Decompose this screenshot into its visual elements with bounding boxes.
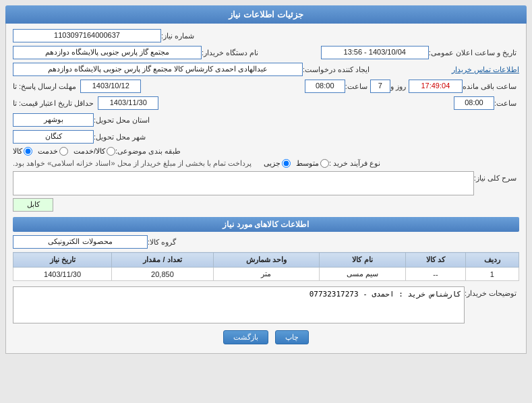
sarj-value: کابل bbox=[13, 198, 53, 212]
col-kod: کد کالا bbox=[406, 253, 465, 268]
back-button[interactable]: بازگشت bbox=[223, 330, 268, 344]
radio-kala[interactable] bbox=[24, 147, 32, 156]
col-vahed: واحد شمارش bbox=[213, 253, 319, 268]
ostan-label: استان محل تحویل: bbox=[94, 116, 150, 125]
tabaqeh-radio-group: کالا/خدمت خدمت کالا bbox=[13, 147, 115, 156]
etelaat-tamas-link[interactable]: اطلاعات تماس خریدار bbox=[452, 65, 519, 74]
ostan-value: بوشهر bbox=[13, 113, 94, 127]
table-row: 1 -- سیم مسی متر 20,850 1403/11/30 bbox=[13, 268, 519, 281]
shahr-label: شهر محل تحویل: bbox=[94, 133, 146, 142]
main-container: جزئیات اطلاعات نیاز شماره نیاز: 11030971… bbox=[0, 0, 532, 403]
page-title: جزئیات اطلاعات نیاز bbox=[5, 5, 527, 24]
group-kala-row: گروه کالا: محصولات الکترونیکی bbox=[13, 235, 519, 249]
cell-vahed: متر bbox=[213, 268, 319, 281]
mohlat-saat-value: 08:00 bbox=[305, 80, 345, 93]
hadaqal-date-value: 1403/11/30 bbox=[98, 96, 158, 110]
hadaqal-saat-value: 08:00 bbox=[454, 96, 494, 110]
tarikh-saat-label: تاریخ و ساعت اعلان عمومی: bbox=[429, 49, 516, 57]
group-kala-label: گروه کالا: bbox=[148, 238, 176, 247]
cell-tarikh: 1403/11/30 bbox=[13, 268, 112, 281]
cell-tedad: 20,850 bbox=[112, 268, 214, 281]
cell-radif: 1 bbox=[465, 268, 519, 281]
tabaqeh-row: طبقه بندی موضوعی: کالا/خدمت خدمت کالا bbox=[13, 147, 519, 156]
radio-kala-label[interactable]: کالا bbox=[13, 147, 32, 156]
ijad-row: اطلاعات تماس خریدار ایجاد کننده درخواست:… bbox=[13, 63, 519, 76]
hadaqal-saat-label2: ساعت: bbox=[494, 99, 516, 108]
shomareh-label: شماره نیاز: bbox=[161, 32, 194, 40]
ostan-row: استان محل تحویل: بوشهر bbox=[13, 113, 519, 127]
tawzih-label: توضیحات خریدار: bbox=[465, 289, 516, 298]
col-tarikh: تاریخ نیاز bbox=[13, 253, 112, 268]
saat-label: ساعت: bbox=[345, 82, 367, 91]
mande-label: ساعت باقی مانده bbox=[463, 82, 516, 91]
shahr-value: کنگان bbox=[13, 130, 94, 144]
mohlat-date-value: 1403/10/12 bbox=[80, 80, 141, 93]
radio-kala-khadamat-label[interactable]: کالا/خدمت bbox=[73, 147, 115, 156]
roz-label: روز و bbox=[390, 82, 406, 91]
hadaqal-row: ساعت: 08:00 1403/11/30 حداقل تاریخ اعتبا… bbox=[13, 96, 519, 110]
kala-table: ردیف کد کالا نام کالا واحد شمارش تعداد /… bbox=[13, 252, 519, 281]
radio-jozyi[interactable] bbox=[282, 159, 291, 168]
shahr-row: شهر محل تحویل: کنگان bbox=[13, 130, 519, 144]
group-kala-value: محصولات الکترونیکی bbox=[13, 235, 148, 249]
tabaqeh-label: طبقه بندی موضوعی: bbox=[115, 147, 181, 156]
shomareh-value: 1103097164000637 bbox=[13, 29, 161, 42]
cell-nam: سیم مسی bbox=[319, 268, 406, 281]
dastgah-tarikh-row: تاریخ و ساعت اعلان عمومی: 1403/10/04 - 1… bbox=[13, 46, 519, 59]
roz-value: 7 bbox=[370, 80, 390, 93]
col-radif: ردیف bbox=[465, 253, 519, 268]
hadaqal-label: حداقل تاریخ اعتبار قیمت: تا bbox=[13, 99, 94, 108]
farayand-desc: پرداخت تمام با بخشی از مبلغ خریدار از مح… bbox=[13, 159, 252, 168]
col-nam: نام کالا bbox=[319, 253, 406, 268]
col-tedad: تعداد / مقدار bbox=[112, 253, 214, 268]
ijad-value: عبدالهادی احمدی کارشناس کالا مجتمع گاز پ… bbox=[13, 63, 303, 76]
ijad-label: ایجاد کننده درخواست: bbox=[303, 65, 370, 74]
sarj-label: سرح کلی نیاز: bbox=[474, 174, 516, 183]
mohlat-label: مهلت ارسال پاسخ: تا bbox=[13, 82, 76, 91]
shomareh-row: شماره نیاز: 1103097164000637 bbox=[13, 29, 519, 42]
tawzih-textarea[interactable]: کارشناس خرید : احمدی - 07732317273 bbox=[13, 286, 465, 323]
nam-dastgah-value: مجتمع گاز پارس جنوبی پالایشگاه دوازدهم bbox=[13, 46, 202, 59]
print-button[interactable]: چاپ bbox=[275, 330, 309, 344]
mande-value: 17:49:04 bbox=[409, 80, 463, 93]
radio-motavset[interactable] bbox=[320, 159, 329, 168]
content-area: شماره نیاز: 1103097164000637 تاریخ و ساع… bbox=[5, 24, 527, 354]
radio-khadamat[interactable] bbox=[59, 147, 68, 156]
farayand-radio-group: متوسط جزیی پرداخت تمام با بخشی از مبلغ خ… bbox=[13, 159, 329, 168]
nam-dastgah-label: نام دستگاه خریدار: bbox=[202, 49, 258, 57]
bottom-buttons: چاپ بازگشت bbox=[13, 330, 519, 348]
radio-jozyi-label[interactable]: جزیی bbox=[264, 159, 291, 168]
etelaat-section-header: اطلاعات کالاهای مورد نیاز bbox=[13, 217, 519, 232]
sarj-row: سرح کلی نیاز: کابل bbox=[13, 171, 519, 212]
radio-motavset-label[interactable]: متوسط bbox=[296, 159, 329, 168]
farayand-row: نوع فرآیند خرید : متوسط جزیی پرداخت تمام… bbox=[13, 159, 519, 168]
mohlat-row: ساعت باقی مانده 17:49:04 روز و 7 ساعت: 0… bbox=[13, 80, 519, 93]
tarikh-saat-value: 1403/10/04 - 13:56 bbox=[321, 46, 429, 59]
radio-kala-khadamat[interactable] bbox=[107, 147, 115, 156]
sarj-textarea[interactable] bbox=[13, 171, 474, 195]
tawzih-row: توضیحات خریدار: کارشناس خرید : احمدی - 0… bbox=[13, 286, 519, 323]
radio-khadamat-label[interactable]: خدمت bbox=[38, 147, 68, 156]
farayand-label: نوع فرآیند خرید : bbox=[329, 159, 380, 168]
cell-kod: -- bbox=[406, 268, 465, 281]
